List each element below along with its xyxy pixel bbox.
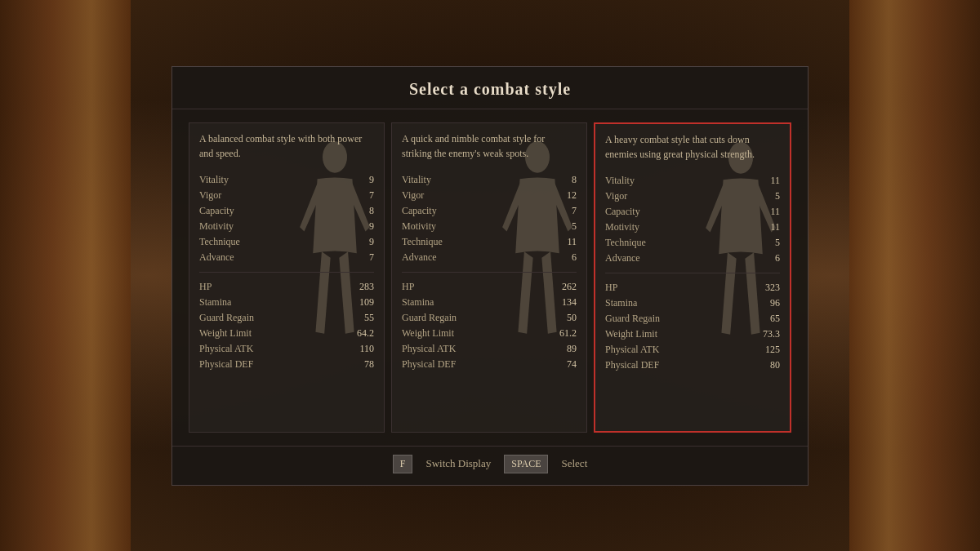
stat-value: 9 (369, 236, 374, 248)
stat-row: Physical DEF78 (199, 357, 374, 372)
stat-row: Weight Limit64.2 (199, 326, 374, 341)
key-f-button[interactable]: F (393, 455, 413, 473)
stat-value: 283 (359, 281, 374, 293)
stat-row: Guard Regain65 (605, 311, 780, 327)
stat-label: HP (199, 281, 212, 293)
stats-divider (605, 273, 780, 273)
stat-label: Advance (605, 252, 640, 264)
stat-label: HP (605, 282, 617, 294)
modal-footer: F Switch Display SPACE Select (172, 446, 808, 485)
modal-header: Select a combat style (172, 67, 808, 109)
stat-row: Physical ATK125 (605, 342, 780, 358)
stat-value: 5 (775, 237, 780, 249)
stat-label: Vigor (402, 189, 424, 202)
stat-label: Advance (199, 251, 234, 264)
stat-label: HP (402, 281, 414, 293)
stats-divider (402, 272, 577, 273)
stat-value: 11 (567, 236, 577, 248)
stat-value: 5 (775, 190, 780, 202)
stat-value: 323 (765, 282, 780, 294)
stat-label: Stamina (605, 297, 637, 309)
stat-row: Advance7 (199, 250, 374, 265)
stat-label: Technique (605, 237, 646, 249)
stat-value: 89 (567, 343, 577, 355)
stat-row: Vigor5 (605, 189, 780, 204)
stat-value: 7 (369, 189, 374, 202)
stat-label: Physical ATK (199, 343, 253, 355)
stat-value: 73.3 (763, 328, 780, 340)
stat-label: Vigor (199, 189, 221, 202)
style-description-nimble: A quick and nimble combat style for stri… (402, 131, 577, 161)
style-card-nimble[interactable]: A quick and nimble combat style for stri… (391, 122, 587, 433)
stat-row: Vigor12 (402, 188, 577, 203)
stat-label: Stamina (199, 296, 231, 309)
stat-value: 5 (572, 220, 577, 233)
stat-row: Capacity11 (605, 204, 780, 220)
stat-value: 12 (567, 189, 577, 202)
stat-row: Physical DEF80 (605, 358, 780, 373)
stat-value: 11 (770, 175, 780, 187)
stat-row: Technique9 (199, 234, 374, 250)
stat-value: 6 (572, 251, 577, 264)
stat-label: Guard Regain (605, 313, 660, 325)
switch-display-label: Switch Display (425, 457, 491, 470)
stat-label: Capacity (199, 205, 234, 217)
stats-divider (199, 272, 374, 273)
stat-row: Vitality11 (605, 173, 780, 189)
stat-value: 109 (359, 296, 374, 309)
stat-label: Guard Regain (199, 312, 254, 324)
stat-label: Vitality (605, 175, 635, 187)
stat-row: Technique5 (605, 235, 780, 251)
stat-row: Vigor7 (199, 188, 374, 203)
stat-row: Vitality8 (402, 172, 577, 188)
stat-label: Physical DEF (402, 358, 456, 371)
stat-row: Capacity7 (402, 203, 577, 219)
stat-value: 6 (775, 252, 780, 264)
stat-label: Motivity (605, 221, 639, 233)
stat-value: 134 (562, 296, 577, 309)
stat-value: 61.2 (559, 327, 577, 340)
stat-value: 50 (567, 312, 577, 324)
stat-label: Vitality (199, 174, 229, 186)
stat-label: Motivity (199, 220, 234, 233)
stat-row: Motivity9 (199, 219, 374, 234)
stat-label: Weight Limit (402, 327, 454, 340)
stat-value: 9 (369, 174, 374, 186)
stat-value: 74 (567, 358, 577, 371)
stat-value: 8 (369, 205, 374, 217)
stat-row: Vitality9 (199, 172, 374, 188)
wood-left (0, 0, 131, 551)
stat-label: Technique (402, 236, 443, 248)
stat-row: Guard Regain55 (199, 310, 374, 326)
stat-row: HP323 (605, 280, 780, 295)
stat-row: Stamina96 (605, 295, 780, 311)
stat-label: Weight Limit (605, 328, 657, 340)
key-space-button[interactable]: SPACE (504, 455, 548, 473)
stat-label: Capacity (402, 205, 437, 217)
stat-row: HP262 (402, 279, 577, 295)
stat-label: Advance (402, 251, 437, 264)
style-card-balanced[interactable]: A balanced combat style with both power … (189, 122, 385, 433)
stat-row: Weight Limit61.2 (402, 326, 577, 341)
style-description-balanced: A balanced combat style with both power … (199, 131, 374, 161)
wood-right (849, 0, 980, 551)
stat-row: Weight Limit73.3 (605, 327, 780, 342)
stat-row: Physical ATK110 (199, 341, 374, 357)
stat-row: Stamina134 (402, 295, 577, 310)
stat-label: Physical DEF (605, 359, 659, 371)
stat-label: Stamina (402, 296, 434, 309)
stat-value: 65 (770, 313, 780, 325)
combat-style-modal: Select a combat style A balanced combat … (172, 66, 808, 486)
style-card-heavy[interactable]: A heavy combat style that cuts down enem… (594, 122, 791, 433)
style-description-heavy: A heavy combat style that cuts down enem… (605, 132, 780, 162)
stat-row: Motivity5 (402, 219, 577, 234)
modal-body: A balanced combat style with both power … (172, 109, 808, 446)
stat-label: Capacity (605, 206, 640, 218)
stat-label: Physical DEF (199, 358, 253, 371)
stat-value: 8 (572, 174, 577, 186)
stat-value: 11 (770, 206, 780, 218)
stat-label: Physical ATK (402, 343, 456, 355)
stat-value: 11 (770, 221, 780, 233)
stat-row: Physical DEF74 (402, 357, 577, 372)
stat-value: 96 (770, 297, 780, 309)
